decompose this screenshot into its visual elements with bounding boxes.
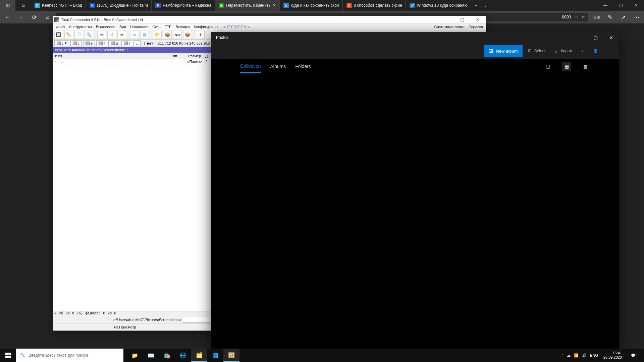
- photos-close-button[interactable]: ✕: [603, 32, 619, 43]
- photos-maximize-button[interactable]: ▢: [588, 32, 603, 43]
- tray-volume-icon[interactable]: 🔊: [582, 353, 587, 358]
- tabs-chevron-icon[interactable]: ⌄: [481, 0, 490, 11]
- browser-tab[interactable]: ⊞Переместить, изменить✕: [215, 0, 279, 11]
- browser-tab[interactable]: M(1570) Входящие - Почта M: [86, 0, 152, 11]
- view-grid-icon[interactable]: ▦: [562, 62, 571, 71]
- toolbar-btn-14[interactable]: ✶: [196, 31, 205, 39]
- import-button[interactable]: ⭳ Import: [551, 45, 576, 57]
- reading-view-icon[interactable]: ▭: [574, 15, 578, 19]
- tray-wifi-icon[interactable]: 📶: [574, 353, 579, 358]
- tab-close-icon[interactable]: ✕: [273, 3, 276, 8]
- menu-help[interactable]: Справка: [469, 25, 483, 29]
- notes-icon[interactable]: ✎: [604, 12, 615, 22]
- browser-tab[interactable]: WWindows 10 куда сохраняю: [406, 0, 471, 11]
- drive-dotdot[interactable]: ..: [133, 40, 140, 46]
- tab-actions-icon2[interactable]: ⧉: [15, 0, 31, 11]
- drive-net[interactable]: \: [121, 40, 132, 46]
- new-tab-button[interactable]: ＋: [471, 0, 481, 11]
- task-mail-icon[interactable]: ✉️: [143, 349, 159, 362]
- menu-config[interactable]: Конфигурация: [194, 25, 219, 29]
- browser-tab[interactable]: РРамблер/почта – надежна: [152, 0, 215, 11]
- tc-titlebar[interactable]: Total Commander 8.51a - Bmc Software Isr…: [53, 16, 486, 23]
- photos-command-bar: 🖼 New album ☑ Select ⭳ Import › 👤 ⋯: [211, 43, 619, 59]
- task-totalcmd-icon[interactable]: 🗂️: [191, 349, 207, 362]
- menu-sysfolders[interactable]: Системные папки: [434, 25, 465, 29]
- menu-tabs[interactable]: Вкладки: [175, 25, 190, 29]
- menu-select[interactable]: Выделение: [96, 25, 115, 29]
- menu-itedition[interactable]: -> IT EDITION <-: [222, 25, 251, 29]
- tray-clock[interactable]: 15:41 26.09.2020: [601, 351, 624, 359]
- toolbar-btn-4[interactable]: 🔍: [85, 31, 93, 39]
- drive-c[interactable]: c: [70, 40, 82, 46]
- menu-nav[interactable]: Навигация: [130, 25, 148, 29]
- favorites-icon[interactable]: ☆≡: [591, 12, 602, 22]
- task-word-icon[interactable]: 📘: [207, 349, 223, 362]
- task-explorer-icon[interactable]: 📁: [127, 349, 143, 362]
- col-name[interactable]: Имя: [53, 54, 167, 58]
- toolbar-btn-10[interactable]: 📁: [153, 31, 162, 39]
- toolbar-btn-8[interactable]: ▭: [130, 31, 139, 39]
- home-button[interactable]: ⌂: [42, 12, 53, 22]
- tab-actions-icon[interactable]: ▥: [0, 0, 15, 11]
- browser-maximize-button[interactable]: ▢: [613, 0, 629, 11]
- taskbar-search[interactable]: 🔍 Введите здесь текст для поиска: [16, 349, 123, 362]
- drive-e[interactable]: e: [83, 40, 95, 46]
- photos-minimize-button[interactable]: —: [573, 32, 588, 43]
- toolbar-reload-icon[interactable]: ↺: [107, 31, 116, 39]
- toolbar-btn-11[interactable]: 📦: [163, 31, 172, 39]
- tray-language[interactable]: ENG: [590, 353, 598, 357]
- action-center-icon[interactable]: 💬4: [627, 353, 641, 358]
- menu-net[interactable]: Сеть: [152, 25, 160, 29]
- tab-albums[interactable]: Albums: [270, 60, 286, 72]
- browser-tab[interactable]: KKeenetic 4G III – Вход: [31, 0, 86, 11]
- forward-button[interactable]: →: [15, 12, 26, 22]
- tc-close-button[interactable]: ✕: [471, 16, 484, 23]
- toolbar-back-icon[interactable]: ⬅: [97, 31, 106, 39]
- drive-f[interactable]: f: [96, 40, 107, 46]
- toolbar-7zip-icon[interactable]: 7zip: [173, 31, 182, 39]
- toolbar-btn-13[interactable]: 📦: [183, 31, 192, 39]
- tc-minimize-button[interactable]: —: [440, 16, 453, 23]
- import-chevron-icon[interactable]: ›: [578, 45, 587, 57]
- browser-close-button[interactable]: ✕: [629, 0, 644, 11]
- view-small-grid-icon[interactable]: ▩: [581, 62, 590, 71]
- col-size[interactable]: Размер: [183, 54, 203, 58]
- tray-onedrive-icon[interactable]: ☁: [567, 353, 571, 358]
- toolbar-forward-icon[interactable]: ➡: [117, 31, 126, 39]
- tc-maximize-button[interactable]: ▢: [455, 16, 469, 23]
- tray-chevron-icon[interactable]: ˄: [561, 353, 564, 358]
- fn-f3[interactable]: F3 Просмотр: [53, 323, 197, 330]
- task-photos-icon[interactable]: 🖼️: [223, 349, 239, 362]
- browser-tab[interactable]: Л8 способов сделать скрин: [343, 0, 406, 11]
- menu-ftp[interactable]: FTP: [165, 25, 172, 29]
- share-icon[interactable]: ↗: [618, 12, 629, 22]
- drive-g[interactable]: g: [108, 40, 120, 46]
- task-edge-icon[interactable]: 🌐: [175, 349, 191, 362]
- refresh-button[interactable]: ⟳: [29, 12, 40, 22]
- toolbar-btn-3[interactable]: 📄: [74, 31, 83, 39]
- tab-folders[interactable]: Folders: [295, 60, 311, 72]
- account-icon[interactable]: 👤: [589, 45, 602, 57]
- col-type[interactable]: ↓Тип: [167, 54, 183, 58]
- browser-minimize-button[interactable]: —: [598, 0, 613, 11]
- favorite-star-icon[interactable]: ☆: [581, 15, 585, 19]
- more-icon[interactable]: ⋯: [631, 12, 642, 22]
- col-date[interactable]: Д: [203, 54, 210, 58]
- toolbar-btn-9[interactable]: ▤: [140, 31, 149, 39]
- select-button[interactable]: ☑ Select: [525, 45, 549, 57]
- task-store-icon[interactable]: 🛍️: [159, 349, 175, 362]
- view-single-icon[interactable]: ▢: [543, 62, 552, 71]
- menu-tools[interactable]: Инструменты: [69, 25, 92, 29]
- browser-tab[interactable]: bкуда и как сохранить скри: [280, 0, 343, 11]
- tab-collection[interactable]: Collection: [240, 60, 261, 73]
- menu-view[interactable]: Вид: [119, 25, 126, 29]
- photos-titlebar[interactable]: Photos — ▢ ✕: [211, 32, 619, 43]
- toolbar-btn-2[interactable]: ✏️: [64, 31, 73, 39]
- drive-selector-icon[interactable]: c▾: [54, 40, 69, 46]
- start-button[interactable]: [0, 349, 16, 362]
- back-button[interactable]: ←: [2, 12, 13, 22]
- new-album-button[interactable]: 🖼 New album: [484, 45, 523, 57]
- toolbar-btn-1[interactable]: 🔲: [54, 31, 63, 39]
- more-icon[interactable]: ⋯: [604, 45, 616, 57]
- menu-file[interactable]: Файл: [56, 25, 65, 29]
